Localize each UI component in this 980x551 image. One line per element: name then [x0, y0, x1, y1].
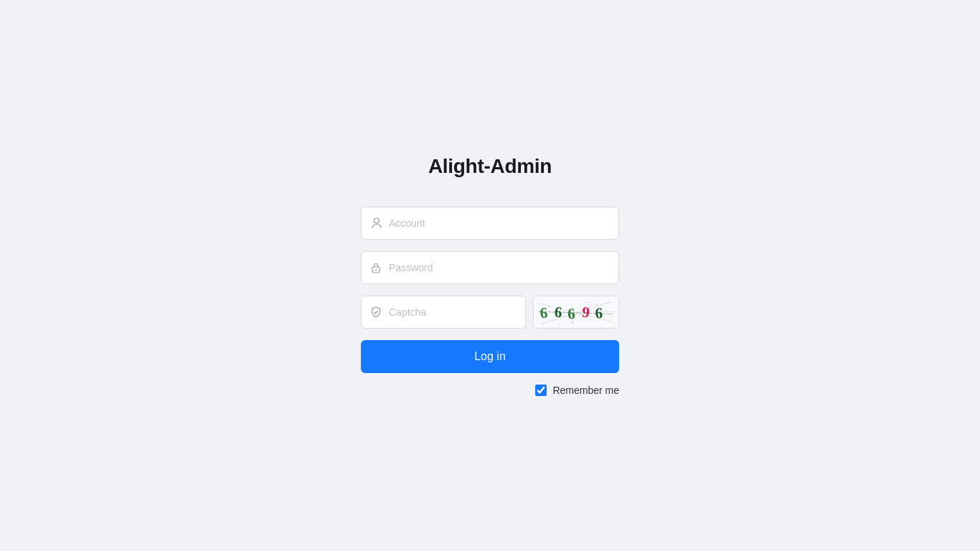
password-field-group — [361, 251, 619, 284]
login-container: Alight-Admin — [361, 155, 619, 396]
svg-point-15 — [558, 323, 560, 324]
svg-point-16 — [585, 301, 587, 303]
password-input[interactable] — [361, 251, 619, 284]
svg-text:6: 6 — [567, 305, 576, 323]
lock-icon — [371, 262, 381, 273]
svg-point-13 — [572, 321, 573, 323]
svg-point-14 — [596, 304, 598, 306]
account-input[interactable] — [361, 207, 619, 240]
person-icon — [371, 217, 382, 229]
svg-text:6: 6 — [540, 304, 549, 322]
captcha-input-wrapper — [361, 296, 526, 329]
account-field-group — [361, 207, 619, 240]
svg-text:9: 9 — [581, 303, 590, 321]
svg-text:6: 6 — [554, 303, 562, 321]
remember-me-checkbox[interactable] — [535, 385, 547, 396]
remember-me-row: Remember me — [361, 385, 619, 396]
captcha-row: 6 6 6 9 6 — [361, 296, 619, 329]
svg-text:6: 6 — [595, 304, 603, 321]
svg-point-12 — [548, 306, 550, 307]
password-input-wrapper — [361, 251, 619, 284]
account-input-wrapper — [361, 207, 619, 240]
svg-point-1 — [375, 269, 377, 270]
captcha-input[interactable] — [361, 296, 526, 329]
login-button[interactable]: Log in — [361, 340, 619, 373]
app-title: Alight-Admin — [428, 155, 552, 178]
shield-icon — [371, 306, 381, 318]
captcha-image[interactable]: 6 6 6 9 6 — [533, 296, 619, 329]
remember-me-label[interactable]: Remember me — [552, 385, 619, 396]
